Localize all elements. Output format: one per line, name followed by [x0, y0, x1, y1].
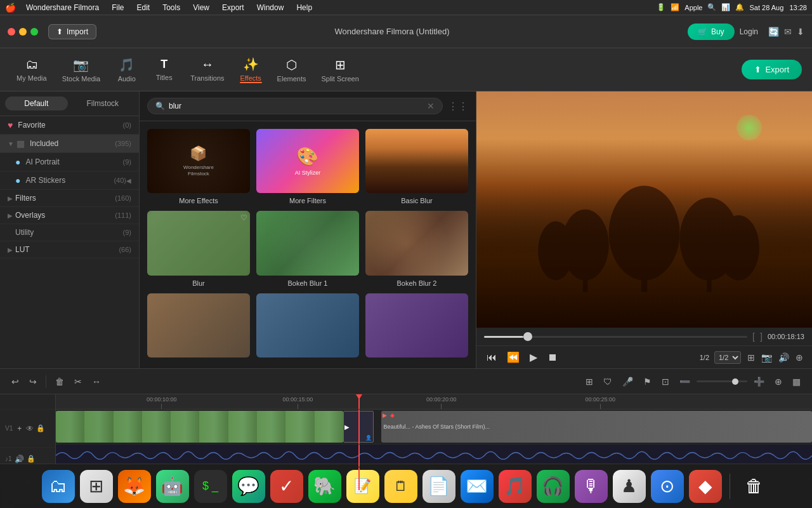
dock-stickies[interactable]: 🗒 [384, 470, 417, 503]
track-1-add-button[interactable]: + [15, 424, 23, 434]
toolbar-titles[interactable]: T Titles [147, 54, 181, 85]
sidebar-item-lut[interactable]: ▶ LUT (66) [0, 241, 139, 258]
effect-card-more-effects[interactable]: 📦 WondershareFilmstock More Effects [147, 129, 250, 204]
buy-button[interactable]: 🛒 Buy [688, 23, 735, 40]
effect-card-row3-1[interactable] [147, 293, 250, 361]
pip-button[interactable]: ⊡ [658, 374, 673, 389]
settings-button[interactable]: ⊕ [794, 351, 804, 364]
dock-launchpad[interactable]: ⊞ [80, 470, 113, 503]
sidebar-item-filters[interactable]: ▶ Filters (160) [0, 190, 139, 207]
sidebar-item-included[interactable]: ▼ ▦ Included (395) [0, 135, 139, 153]
fit-button[interactable]: ⊕ [771, 374, 786, 389]
stop-button[interactable]: ⏹ [545, 351, 560, 364]
track-1-eye-icon[interactable]: 👁 [26, 424, 34, 433]
control-center-icon[interactable]: 📊 [721, 3, 730, 11]
progress-thumb[interactable] [523, 332, 532, 341]
minimize-button[interactable] [19, 28, 27, 36]
toolbar-my-media[interactable]: 🗂 My Media [10, 53, 53, 86]
snapshot-button[interactable]: 📷 [760, 351, 773, 364]
apple-account[interactable]: Apple [684, 4, 702, 11]
sidebar-item-utility[interactable]: Utility (9) [0, 224, 139, 241]
dock-terminal[interactable]: $ _ [194, 470, 227, 503]
tab-filmstock[interactable]: Filmstock [72, 97, 134, 110]
edit-menu[interactable]: Edit [134, 3, 153, 12]
ripple-button[interactable]: ↔ [88, 374, 105, 389]
dock-finder[interactable]: 🗂 [42, 470, 75, 503]
sync-icon[interactable]: 🔄 [768, 27, 779, 37]
snap-button[interactable]: ⊞ [582, 374, 597, 389]
play-button[interactable]: ▶ [527, 350, 540, 364]
step-back-button[interactable]: ⏪ [504, 350, 522, 364]
dock-whatsapp[interactable]: 💬 [232, 470, 265, 503]
dock-chess[interactable]: ♟ [613, 470, 646, 503]
search-options-button[interactable]: ⋮⋮ [448, 100, 468, 112]
zoom-slider[interactable] [697, 380, 747, 382]
out-point-bracket[interactable]: ] [760, 331, 763, 342]
in-point-bracket[interactable]: [ [752, 331, 755, 342]
import-button[interactable]: ⬆ Import [48, 24, 96, 39]
page-select[interactable]: 1/2 [714, 351, 741, 364]
maximize-button[interactable] [30, 28, 38, 36]
tools-menu[interactable]: Tools [160, 3, 183, 12]
sidebar-item-favorite[interactable]: ♥ Favorite (0) [0, 116, 139, 135]
dock-trash[interactable]: 🗑 [738, 470, 771, 503]
toolbar-split-screen[interactable]: ⊞ Split Screen [315, 53, 365, 86]
export-menu[interactable]: Export [219, 3, 247, 12]
effect-card-more-filters[interactable]: 🎨 AI Stylizer More Filters [256, 129, 359, 204]
dock-notes[interactable]: 📝 [346, 470, 379, 503]
zoom-thumb[interactable] [732, 378, 738, 385]
effect-card-row3-3[interactable] [365, 293, 468, 361]
skip-back-button[interactable]: ⏮ [484, 351, 499, 364]
plus-zoom-button[interactable]: ➕ [750, 374, 768, 389]
volume-button[interactable]: 🔊 [777, 351, 790, 364]
login-button[interactable]: Login [735, 25, 763, 39]
file-menu[interactable]: File [109, 3, 126, 12]
download-icon[interactable]: ⬇ [797, 27, 804, 37]
mic-button[interactable]: 🎤 [619, 374, 637, 389]
playback-progress-bar[interactable] [484, 336, 747, 338]
search-clear-button[interactable]: ✕ [427, 101, 435, 111]
toolbar-transitions[interactable]: ↔ Transitions [184, 53, 230, 86]
blur-heart-icon[interactable]: ♡ [240, 213, 247, 222]
dock-todoist[interactable]: ✓ [270, 470, 303, 503]
view-menu[interactable]: View [190, 3, 212, 12]
effect-card-blur[interactable]: ♡ Blur [147, 211, 250, 286]
dock-music[interactable]: 🎵 [499, 470, 532, 503]
flag-button[interactable]: ⚑ [639, 374, 655, 389]
undo-button[interactable]: ↩ [8, 374, 23, 389]
dock-preview[interactable]: 📄 [422, 470, 455, 503]
fullscreen-button[interactable]: ⊞ [746, 351, 756, 364]
export-button[interactable]: ⬆ Export [742, 60, 802, 79]
search-icon[interactable]: 🔍 [707, 3, 716, 11]
dock-chrome[interactable]: ⊙ [651, 470, 684, 503]
dock-firefox[interactable]: 🦊 [118, 470, 151, 503]
shield-button[interactable]: 🛡 [599, 374, 616, 389]
video-clip-1[interactable] [56, 411, 343, 443]
dock-mail[interactable]: ✉️ [461, 470, 494, 503]
effect-card-row3-2[interactable] [256, 293, 359, 361]
dock-fantastical[interactable]: ◆ [689, 470, 722, 503]
delete-button[interactable]: 🗑 [51, 374, 68, 389]
effect-card-bokeh-blur-2[interactable]: Bokeh Blur 2 [365, 211, 468, 286]
apple-menu[interactable]: 🍎 [5, 3, 16, 13]
dock-spotify[interactable]: 🎧 [537, 470, 570, 503]
audio-track-lock-icon[interactable]: 🔒 [27, 455, 36, 463]
toolbar-effects[interactable]: ✨ Effects [233, 53, 268, 87]
close-button[interactable] [8, 28, 15, 36]
cut-button[interactable]: ✂ [70, 374, 86, 389]
toolbar-stock-media[interactable]: 📷 Stock Media [56, 53, 107, 86]
minus-zoom-button[interactable]: ➖ [676, 374, 694, 389]
audio-track-speaker-icon[interactable]: 🔊 [15, 455, 24, 464]
effect-card-basic-blur[interactable]: Basic Blur [365, 129, 468, 204]
window-menu[interactable]: Window [254, 3, 287, 12]
dock-evernote[interactable]: 🐘 [308, 470, 341, 503]
app-name-menu[interactable]: Wondershare Filmora [23, 3, 102, 12]
sidebar-item-ai-portrait[interactable]: ● AI Portrait (9) [0, 153, 139, 171]
sidebar-item-overlays[interactable]: ▶ Overlays (111) [0, 207, 139, 224]
search-input[interactable] [169, 102, 423, 110]
video-clip-2[interactable]: Beautiful... - Ashes Of Stars (Short Fil… [381, 411, 812, 443]
toolbar-elements[interactable]: ⬡ Elements [271, 53, 313, 86]
notification-icon[interactable]: 🔔 [735, 3, 744, 11]
dock-podcasts[interactable]: 🎙 [575, 470, 608, 503]
layout-button[interactable]: ▦ [789, 374, 804, 389]
